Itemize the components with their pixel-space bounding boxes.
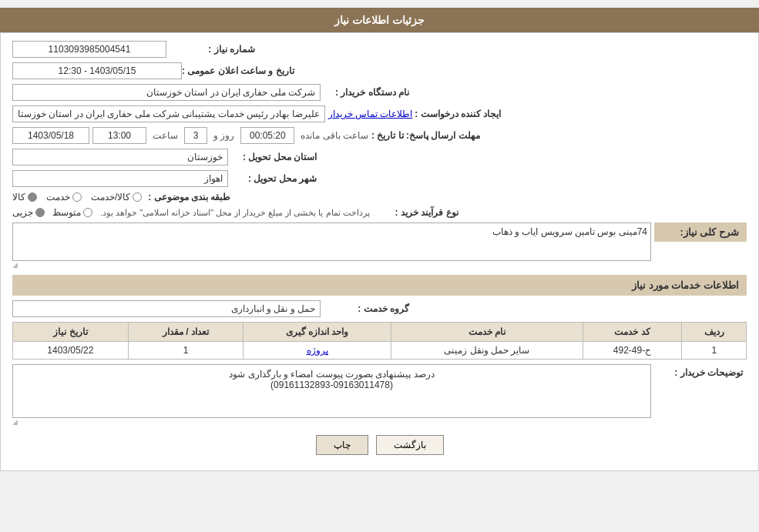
shmara-niaz-label: شماره نیاز :	[166, 44, 259, 55]
main-content: شماره نیاز : 1103093985004541 تاریخ و سا…	[0, 32, 759, 471]
noe-farayand-label: نوع فرآیند خرید :	[370, 207, 462, 218]
tabaqe-kala-khadamat-radio[interactable]	[133, 192, 142, 202]
nam-dastgah-value: شرکت ملی حفاری ایران در استان خوزستان	[12, 84, 321, 101]
noe-mottaset-radio[interactable]	[83, 208, 92, 217]
col-nam: نام خدمت	[391, 323, 583, 342]
mohlat-date-value: 1403/05/18	[12, 127, 89, 144]
noe-jozi-label: جزیی	[12, 207, 33, 218]
col-tedad: تعداد / مقدار	[128, 323, 243, 342]
cell-nam: سایر حمل ونقل زمینی	[391, 342, 583, 360]
sharh-niaz-section-container: شرح کلی نیاز: 74مینی بوس تامین سرویس ایا…	[12, 223, 747, 269]
cell-tarikh: 1403/05/22	[13, 342, 129, 360]
noe-farayand-row: نوع فرآیند خرید : پرداخت تمام یا بخشی از…	[12, 207, 747, 218]
cell-radif: 1	[682, 342, 747, 360]
sharh-niaz-value: 74مینی بوس تامین سرویس ایاب و ذهاب	[12, 223, 651, 261]
col-vahed: واحد اندازه گیری	[243, 323, 391, 342]
btn-row: بازگشت چاپ	[12, 435, 747, 455]
tabaqe-khadamat-radio[interactable]	[72, 192, 82, 202]
ostan-row: استان محل تحویل : خوزستان	[12, 149, 747, 166]
mohlat-label: مهلت ارسال پاسخ: تا تاریخ :	[371, 130, 484, 141]
tabaqe-kala-item: کالا	[12, 192, 37, 202]
tozihat-value: درصد پیشنهادی بصورت پیوست امضاء و بارگذا…	[12, 364, 651, 418]
tarikh-value: 1403/05/15 - 12:30	[12, 62, 182, 79]
roz-label: روز و	[210, 130, 237, 141]
cell-kod: ح-49-492	[583, 342, 682, 360]
etelaat-khadamat-header: اطلاعات خدمات مورد نیاز	[12, 275, 747, 296]
shmara-niaz-row: شماره نیاز : 1103093985004541	[12, 41, 747, 58]
mohlat-roz-value: 3	[184, 127, 207, 144]
grohe-khadamat-row: گروه خدمت : حمل و نقل و انبارداری	[12, 300, 747, 317]
purchase-type-group: پرداخت تمام یا بخشی از مبلغ خریدار از مح…	[12, 207, 370, 218]
tabaqe-kala-khadamat-item: کالا/خدمت	[91, 192, 142, 202]
nam-dastgah-row: نام دستگاه خریدار : شرکت ملی حفاری ایران…	[12, 84, 747, 101]
ijad-konande-label: ایجاد کننده درخواست :	[412, 109, 505, 119]
tabaqe-radio-group: کالا/خدمت خدمت کالا	[12, 192, 142, 202]
col-tarikh: تاریخ نیاز	[13, 323, 129, 342]
col-kod: کد خدمت	[583, 323, 682, 342]
shahr-label: شهر محل تحویل :	[228, 173, 321, 184]
tabaqe-khadamat-item: خدمت	[46, 192, 82, 202]
tarikh-label: تاریخ و ساعت اعلان عمومی :	[182, 65, 298, 76]
mohlat-fields: ساعت باقی مانده 00:05:20 روز و 3 ساعت 13…	[12, 127, 371, 144]
mohlat-row: مهلت ارسال پاسخ: تا تاریخ : ساعت باقی ما…	[12, 127, 747, 144]
sharh-niaz-container: 74مینی بوس تامین سرویس ایاب و ذهاب ◢	[12, 223, 651, 269]
table-header-row: ردیف کد خدمت نام خدمت واحد اندازه گیری ت…	[13, 323, 747, 342]
noe-jozi-radio[interactable]	[35, 208, 45, 217]
tabaqe-kala-khadamat-label: کالا/خدمت	[91, 192, 130, 202]
mohlat-saat-value: 13:00	[92, 127, 146, 144]
sharh-niaz-section-header: شرح کلی نیاز:	[654, 223, 747, 242]
grohe-khadamat-label: گروه خدمت :	[321, 303, 413, 314]
tabaqe-label: طبقه بندی موضوعی :	[142, 192, 234, 202]
tozihat-label: توضیحات خریدار :	[654, 364, 747, 381]
service-table: ردیف کد خدمت نام خدمت واحد اندازه گیری ت…	[12, 322, 747, 360]
cell-vahed[interactable]: پروژه	[243, 342, 391, 360]
print-button[interactable]: چاپ	[316, 435, 368, 455]
ostan-label: استان محل تحویل :	[228, 152, 321, 162]
shmara-niaz-value: 1103093985004541	[12, 41, 166, 58]
resize-handle: ◢	[12, 261, 651, 269]
tozihat-resize-handle: ◢	[12, 418, 651, 426]
col-radif: ردیف	[682, 323, 747, 342]
etelaat-tamas-link[interactable]: اطلاعات تماس خریدار	[328, 109, 413, 119]
tarikh-row: تاریخ و ساعت اعلان عمومی : 1403/05/15 - …	[12, 62, 747, 79]
ijad-konande-row: ایجاد کننده درخواست : اطلاعات تماس خریدا…	[12, 105, 747, 122]
ijad-konande-value: علیرضا بهادر رئیس خدمات پشتیبانی شرکت مل…	[12, 105, 325, 122]
noe-jozi-item: جزیی	[12, 207, 45, 218]
tozihat-container: درصد پیشنهادی بصورت پیوست امضاء و بارگذا…	[12, 364, 651, 426]
grohe-khadamat-value: حمل و نقل و انبارداری	[12, 300, 321, 317]
table-row: 1 ح-49-492 سایر حمل ونقل زمینی پروژه 1 1…	[13, 342, 747, 360]
shahr-row: شهر محل تحویل : اهواز	[12, 170, 747, 187]
purchase-desc: پرداخت تمام یا بخشی از مبلغ خریدار از مح…	[100, 208, 370, 218]
back-button[interactable]: بازگشت	[376, 435, 444, 455]
page-container: جزئیات اطلاعات نیاز شماره نیاز : 1103093…	[0, 8, 759, 471]
noe-mottaset-label: متوسط	[52, 207, 81, 218]
tabaqe-kala-label: کالا	[12, 192, 25, 202]
tabaqe-khadamat-label: خدمت	[46, 192, 70, 202]
shahr-value: اهواز	[12, 170, 228, 187]
tozihat-row: توضیحات خریدار : درصد پیشنهادی بصورت پیو…	[12, 364, 747, 426]
ostan-value: خوزستان	[12, 149, 228, 166]
nam-dastgah-label: نام دستگاه خریدار :	[321, 87, 413, 98]
saat-label: ساعت	[149, 130, 181, 141]
tabaqe-row: طبقه بندی موضوعی : کالا/خدمت خدمت کالا	[12, 192, 747, 202]
page-header: جزئیات اطلاعات نیاز	[0, 8, 759, 32]
tabaqe-kala-radio[interactable]	[28, 192, 37, 202]
page-title: جزئیات اطلاعات نیاز	[334, 14, 425, 26]
noe-mottaset-item: متوسط	[52, 207, 92, 218]
mohlat-mande-value: 00:05:20	[240, 127, 294, 144]
mande-label: ساعت باقی مانده	[297, 130, 371, 141]
cell-tedad: 1	[128, 342, 243, 360]
